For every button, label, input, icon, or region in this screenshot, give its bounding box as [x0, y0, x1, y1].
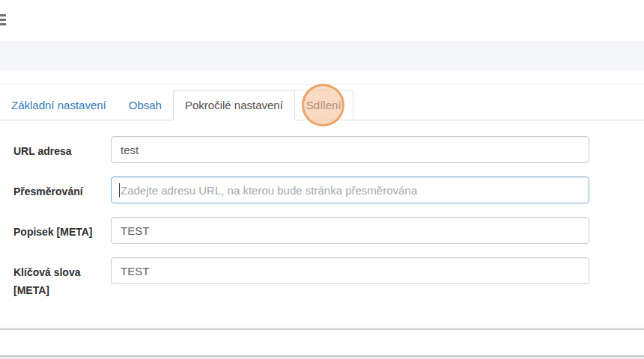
- tab-bar: Základní nastavení Obsah Pokročilé nasta…: [0, 90, 353, 120]
- form-row-popisek-meta: Popisek [META]: [0, 217, 644, 244]
- url-adresa-input[interactable]: [111, 136, 589, 163]
- form-row-presmerovani: Přesměrování: [0, 177, 644, 203]
- tab-zakladni-nastaveni[interactable]: Základní nastavení: [0, 90, 118, 120]
- popisek-meta-label: Popisek [META]: [13, 223, 105, 241]
- form-row-url-adresa: URL adresa: [0, 136, 644, 163]
- toolbar: [0, 42, 644, 70]
- hamburger-bar: [0, 14, 6, 16]
- tab-sdileni[interactable]: Sdílení: [295, 90, 353, 120]
- page: Základní nastavení Obsah Pokročilé nasta…: [0, 0, 644, 359]
- page-bottom-edge: [0, 355, 644, 359]
- klicova-slova-meta-input[interactable]: [111, 257, 589, 284]
- hamburger-bar: [0, 19, 6, 21]
- hamburger-menu-icon[interactable]: [0, 14, 6, 26]
- text-cursor: [119, 183, 120, 197]
- tabs-top-border: [0, 84, 644, 85]
- presmerovani-label: Přesměrování: [13, 182, 105, 200]
- url-adresa-label: URL adresa: [13, 142, 105, 160]
- presmerovani-input[interactable]: [111, 177, 589, 203]
- tab-obsah[interactable]: Obsah: [118, 90, 173, 120]
- form-row-klicova-slova-meta: Klíčová slova [META]: [0, 257, 644, 284]
- hamburger-bar: [0, 23, 6, 25]
- popisek-meta-input[interactable]: [111, 217, 589, 244]
- footer-divider: [0, 328, 644, 330]
- tab-pokrocile-nastaveni[interactable]: Pokročilé nastavení: [173, 90, 295, 120]
- klicova-slova-meta-label: Klíčová slova [META]: [13, 263, 105, 299]
